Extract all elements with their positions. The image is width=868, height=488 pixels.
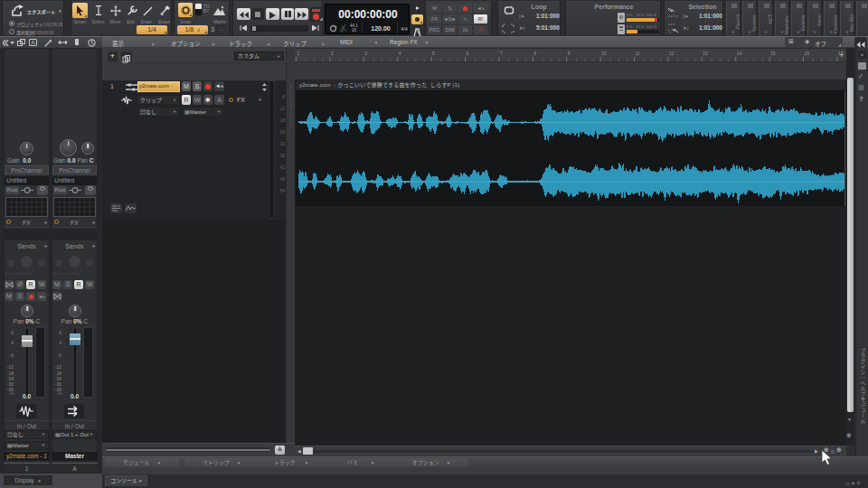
- svg-text:10: 10: [601, 51, 607, 56]
- svg-text:9: 9: [568, 51, 571, 56]
- svg-text:6: 6: [467, 51, 469, 56]
- svg-text:16: 16: [805, 51, 810, 56]
- svg-text:1: 1: [297, 51, 300, 56]
- svg-text:13: 13: [703, 51, 708, 56]
- svg-text:15: 15: [770, 51, 776, 56]
- svg-text:4: 4: [399, 51, 401, 56]
- svg-text:5: 5: [432, 51, 435, 56]
- svg-text:8: 8: [533, 51, 536, 56]
- svg-text:11: 11: [636, 51, 640, 56]
- svg-text:7: 7: [500, 51, 503, 56]
- svg-text:3: 3: [364, 51, 367, 56]
- svg-text:2: 2: [331, 51, 334, 56]
- svg-text:12: 12: [669, 51, 675, 56]
- svg-text:14: 14: [737, 51, 742, 56]
